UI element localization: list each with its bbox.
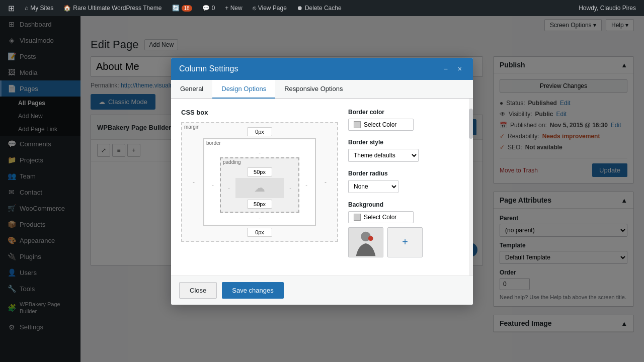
border-radius-select[interactable]: None Small Medium Large Full [348, 180, 398, 193]
margin-bottom-area [186, 228, 333, 237]
bg-person-image [349, 227, 383, 257]
adminbar-delete-cache[interactable]: ⏺ Delete Cache [293, 0, 346, 16]
modal-body: CSS box margin - [171, 99, 469, 276]
modal-scroll-thumb[interactable] [469, 109, 473, 139]
svg-point-2 [368, 236, 373, 241]
background-group: Background Select Color [348, 201, 459, 257]
modal-overlay[interactable]: Column Settings − × General Design Optio… [0, 0, 644, 362]
background-color-select-button[interactable]: Select Color [348, 211, 414, 223]
border-color-select-button[interactable]: Select Color [348, 119, 414, 131]
padding-top-input[interactable] [247, 167, 272, 176]
tab-general[interactable]: General [171, 80, 212, 99]
css-content-box: ☁ [235, 178, 284, 198]
modal-footer: Close Save changes [171, 276, 473, 305]
border-label: border [206, 140, 221, 146]
modal-tabs: General Design Options Responsive Option… [171, 80, 473, 99]
border-bottom-dash: - [259, 215, 261, 221]
tab-design-options[interactable]: Design Options [212, 80, 275, 99]
modal-save-button[interactable]: Save changes [222, 282, 283, 299]
border-color-preview [354, 121, 361, 128]
border-color-group: Border color Select Color [348, 109, 459, 131]
comments-icon: 💬 [202, 5, 210, 12]
adminbar-updates[interactable]: 🔄 18 [168, 0, 196, 16]
modal-title: Column Settings [179, 64, 238, 73]
adminbar-comments[interactable]: 💬 0 [198, 0, 219, 16]
css-padding-area: padding - [220, 157, 299, 213]
modal-header: Column Settings − × [171, 58, 473, 80]
admin-bar: ⊞ ⌂ My Sites 🏠 Rare Ultimate WordPress T… [0, 0, 644, 16]
margin-top-input[interactable] [247, 127, 272, 136]
border-style-select[interactable]: Theme defaults None Solid Dashed Dotted [348, 149, 419, 162]
background-color-preview [354, 214, 361, 221]
border-right-dash: - [305, 182, 307, 188]
border-style-group: Border style Theme defaults None Solid D… [348, 139, 459, 162]
modal-header-buttons: − × [441, 64, 465, 74]
margin-bottom-input[interactable] [247, 228, 272, 237]
padding-label: padding [223, 159, 241, 165]
padding-content-row: - ☁ [224, 178, 295, 198]
margin-top-area [186, 127, 333, 136]
bg-thumbnails: + [348, 227, 459, 257]
content-icon: ☁ [254, 182, 265, 195]
border-top-dash: - [259, 149, 261, 155]
adminbar-wp-logo[interactable]: ⊞ [4, 0, 19, 16]
options-section: Border color Select Color Border style T… [348, 109, 459, 265]
margin-right-dash: - [325, 178, 327, 186]
border-style-label: Border style [348, 139, 459, 146]
css-box-title: CSS box [181, 109, 338, 116]
shield-icon: ⎋ [253, 5, 256, 12]
bg-thumb-add[interactable]: + [387, 227, 423, 257]
margin-label: margin [184, 124, 200, 130]
my-sites-icon: ⌂ [25, 5, 28, 12]
padding-left-dash: - [228, 185, 230, 191]
adminbar-view-page[interactable]: ⎋ View Page [249, 0, 291, 16]
border-radius-label: Border radius [348, 170, 459, 177]
adminbar-user: Howdy, Claudio Pires [575, 5, 640, 12]
css-middle-row: - border - [186, 138, 333, 226]
cache-icon: ⏺ [297, 5, 303, 12]
margin-left-dash: - [193, 178, 195, 186]
padding-bottom-input[interactable] [247, 200, 272, 209]
adminbar-my-sites[interactable]: ⌂ My Sites [21, 0, 57, 16]
css-box-section: CSS box margin - [181, 109, 338, 265]
background-label: Background [348, 201, 459, 208]
border-left-dash: - [212, 182, 214, 188]
adminbar-new[interactable]: + New [221, 0, 246, 16]
modal-scrollbar[interactable] [469, 99, 473, 276]
css-border-box: border - - [203, 138, 316, 226]
column-settings-dialog: Column Settings − × General Design Optio… [171, 58, 473, 305]
css-content-box-wrap: ☁ [235, 178, 284, 198]
css-border-area: border - - [203, 138, 316, 226]
css-padding-box: padding - [220, 157, 299, 213]
modal-close-footer-button[interactable]: Close [179, 282, 217, 299]
padding-right-dash: - [289, 185, 291, 191]
css-box-diagram: margin - [181, 122, 338, 242]
add-bg-icon: + [402, 236, 408, 248]
bg-thumb-person[interactable] [348, 227, 383, 257]
modal-close-button[interactable]: × [455, 64, 465, 74]
modal-body-wrapper: CSS box margin - [171, 99, 473, 276]
modal-minimize-button[interactable]: − [441, 64, 451, 74]
adminbar-site-name[interactable]: 🏠 Rare Ultimate WordPress Theme [59, 0, 166, 16]
padding-row: - padding [207, 157, 312, 213]
updates-icon: 🔄 [172, 5, 180, 12]
tab-responsive-options[interactable]: Responsive Options [275, 80, 352, 99]
border-color-label: Border color [348, 109, 459, 116]
border-radius-group: Border radius None Small Medium Large Fu… [348, 170, 459, 193]
site-icon: 🏠 [63, 5, 71, 12]
